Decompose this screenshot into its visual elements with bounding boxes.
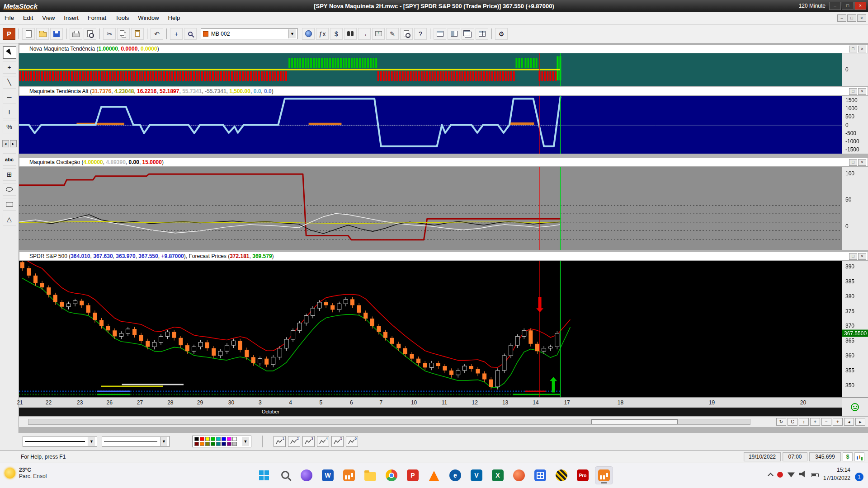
vertical-line-tool[interactable]: I <box>3 106 16 118</box>
oscilacao-chart[interactable] <box>19 167 868 250</box>
previous-chart-button[interactable]: ◂ <box>2 140 9 147</box>
palette-color-swatch[interactable] <box>200 442 204 446</box>
layout-2-button[interactable]: 2 <box>288 436 300 447</box>
oscilacao-panel-title[interactable]: Maquineta Oscilação (4.00000, 4.89390, 0… <box>19 158 868 167</box>
vscode-icon[interactable]: V <box>467 466 486 484</box>
palette-color-swatch[interactable] <box>205 442 210 446</box>
layout-6-button[interactable]: 6 <box>346 436 358 447</box>
grid-tool[interactable]: ⊞ <box>3 168 16 181</box>
zoom-in-button[interactable]: + <box>833 418 843 426</box>
tendencia-alt-panel-title[interactable]: Maquineta Tendência Alt (31.7376, 4.2304… <box>19 87 868 96</box>
child-minimize-button[interactable]: – <box>837 14 846 22</box>
expert-advisor-button[interactable]: $ <box>330 28 343 40</box>
panel-restore-button[interactable]: □ <box>849 253 857 260</box>
menu-format[interactable]: Format <box>83 12 111 23</box>
clipchamp-icon[interactable] <box>297 466 316 484</box>
line-weight-select[interactable]: ▼ <box>102 436 170 447</box>
smiley-icon[interactable] <box>851 403 859 411</box>
price-candlestick-chart[interactable] <box>19 261 868 397</box>
paste-button[interactable] <box>131 28 144 40</box>
palette-color-swatch[interactable] <box>222 437 226 441</box>
tile-grid-button[interactable] <box>476 28 488 40</box>
tile-horizontal-button[interactable] <box>434 28 446 40</box>
chevron-down-icon[interactable]: ▼ <box>88 437 95 446</box>
tray-overflow-icon[interactable] <box>768 473 774 479</box>
tray-red-app-icon[interactable] <box>777 472 783 478</box>
layout-3-button[interactable]: 3 <box>302 436 315 447</box>
battery-icon[interactable] <box>811 473 819 477</box>
text-tool[interactable]: abc <box>3 153 16 166</box>
collapse-button[interactable]: C <box>788 418 797 426</box>
quotes-tray-icon[interactable]: $ <box>843 452 853 461</box>
start-button[interactable] <box>255 466 273 484</box>
scrollbar-thumb[interactable] <box>591 419 678 424</box>
minimize-button[interactable]: – <box>829 2 841 10</box>
edge-icon[interactable]: e <box>446 466 464 484</box>
move-chart-button[interactable]: + <box>810 418 820 426</box>
chrome-icon[interactable] <box>382 466 401 484</box>
panel-restore-button[interactable]: □ <box>849 159 857 166</box>
power-console-button[interactable]: P <box>3 28 15 40</box>
palette-color-swatch[interactable] <box>211 442 215 446</box>
layout-4-button[interactable]: 4 <box>317 436 329 447</box>
menu-view[interactable]: View <box>38 12 59 23</box>
close-button[interactable]: × <box>854 2 866 10</box>
panel-close-button[interactable]: × <box>858 159 866 166</box>
price-panel-title[interactable]: SPDR S&P 500 (364.010, 367.630, 363.970,… <box>19 252 868 261</box>
indicator-builder-button[interactable]: ƒx <box>316 28 329 40</box>
panel-restore-button[interactable]: □ <box>849 88 857 95</box>
pointer-tool[interactable] <box>3 46 16 59</box>
trendline-tool[interactable]: ╲ <box>3 76 16 89</box>
explorer-button[interactable] <box>344 28 357 40</box>
forecaster-button[interactable]: → <box>358 28 371 40</box>
palette-color-swatch[interactable] <box>232 437 237 441</box>
weather-widget[interactable]: 23°C Parc. Ensol <box>5 467 47 479</box>
tendencia-panel-title[interactable]: Nova Maquineta Tendência (1.00000, 0.000… <box>19 44 868 53</box>
crosshair-button[interactable]: + <box>170 28 183 40</box>
zoom-button[interactable] <box>184 28 197 40</box>
print-preview-button[interactable] <box>84 28 96 40</box>
search-button[interactable] <box>276 466 294 484</box>
child-close-button[interactable]: × <box>857 14 866 22</box>
triangle-tool[interactable]: △ <box>3 213 16 225</box>
panel-restore-button[interactable]: □ <box>849 46 857 52</box>
palette-color-swatch[interactable] <box>194 437 199 441</box>
save-chart-button[interactable] <box>50 28 63 40</box>
volume-icon[interactable] <box>799 470 807 478</box>
word-icon[interactable]: W <box>319 466 337 484</box>
restore-button[interactable]: □ <box>842 2 854 10</box>
percent-retracement-tool[interactable]: % <box>3 121 16 133</box>
next-chart-button[interactable]: ▸ <box>10 140 17 147</box>
file-explorer-icon[interactable] <box>361 466 379 484</box>
menu-file[interactable]: File <box>0 12 19 23</box>
context-help-button[interactable]: ? <box>414 28 427 40</box>
chevron-down-icon[interactable]: ▼ <box>242 437 249 446</box>
horizontal-line-tool[interactable]: ─ <box>3 91 16 103</box>
vlc-icon[interactable] <box>425 466 443 484</box>
palette-color-swatch[interactable] <box>227 437 231 441</box>
tile-vertical-button[interactable] <box>448 28 460 40</box>
rectangle-tool[interactable] <box>3 198 16 211</box>
pro-app-icon[interactable]: Pro <box>574 466 592 484</box>
web-center-button[interactable] <box>302 28 315 40</box>
panel-close-button[interactable]: × <box>858 88 866 95</box>
fit-vertical-button[interactable]: ↕ <box>799 418 809 426</box>
layout-5-button[interactable]: 5 <box>331 436 344 447</box>
excel-icon[interactable]: X <box>489 466 507 484</box>
menu-help[interactable]: Help <box>164 12 185 23</box>
explore-chart-button[interactable] <box>400 28 413 40</box>
palette-color-swatch[interactable] <box>211 437 215 441</box>
palette-color-swatch[interactable] <box>232 442 237 446</box>
new-chart-button[interactable] <box>22 28 35 40</box>
open-chart-button[interactable] <box>36 28 49 40</box>
notification-badge[interactable]: 1 <box>855 473 863 481</box>
crosshair-tool[interactable]: + <box>3 61 16 74</box>
menu-tools[interactable]: Tools <box>111 12 133 23</box>
horizontal-scrollbar[interactable] <box>28 419 750 425</box>
metastock-taskbar-icon[interactable] <box>595 466 613 484</box>
chevron-down-icon[interactable]: ▼ <box>288 29 296 38</box>
menu-window[interactable]: Window <box>133 12 163 23</box>
copy-button[interactable] <box>117 28 130 40</box>
taskbar-clock[interactable]: 15:14 17/10/2022 <box>823 466 850 482</box>
layout-template-select[interactable]: MB 002 ▼ <box>201 28 298 39</box>
